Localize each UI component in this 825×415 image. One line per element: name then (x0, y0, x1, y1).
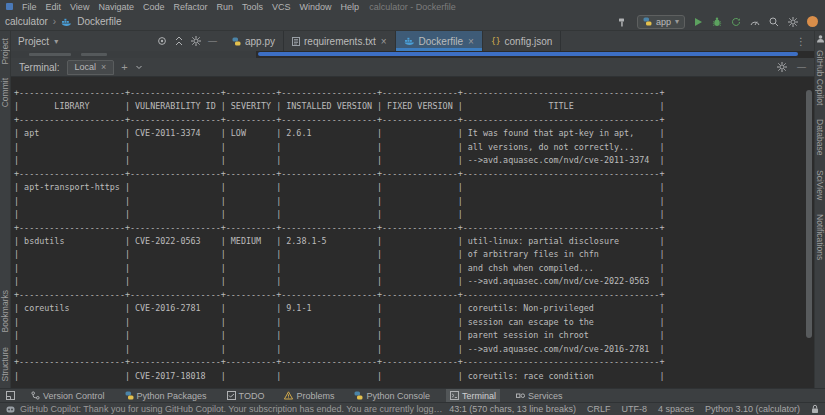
search-icon[interactable] (769, 17, 779, 27)
status-message[interactable]: GitHub Copilot: Thank you for using GitH… (20, 404, 444, 414)
settings-gear-icon[interactable] (788, 17, 798, 27)
tab-app-py[interactable]: app.py (224, 31, 284, 51)
stripe-item-structure[interactable]: Structure (0, 347, 10, 382)
terminal-tab-label: Local (75, 62, 97, 72)
more-vertical-icon: ⋮ (796, 36, 806, 47)
indent-indicator[interactable]: 4 spaces (658, 404, 694, 414)
menu-edit[interactable]: Edit (46, 2, 62, 12)
menu-file[interactable]: File (22, 2, 37, 12)
toolwindow-label: Version Control (43, 391, 105, 401)
stripe-item-bookmarks[interactable]: Bookmarks (0, 290, 10, 333)
close-icon[interactable]: × (101, 62, 106, 72)
python-console-icon (354, 391, 363, 400)
toolwindow-bar: Version Control Python Packages TODO Pro… (0, 388, 825, 402)
toolwindow-label: Problems (296, 391, 334, 401)
stripe-item-project[interactable]: Project (0, 38, 10, 64)
line-ending-indicator[interactable]: CRLF (587, 404, 611, 414)
project-tree-clipped (11, 51, 256, 58)
menu-help[interactable]: Help (341, 2, 360, 12)
menu-code[interactable]: Code (143, 2, 165, 12)
profiler-gauge-icon[interactable] (750, 17, 760, 27)
toolwindow-services[interactable]: Services (512, 389, 567, 402)
debug-bug-icon[interactable] (712, 17, 722, 27)
new-terminal-icon[interactable]: + (121, 61, 127, 73)
terminal-icon (450, 391, 459, 400)
toolwindow-python-packages[interactable]: Python Packages (121, 389, 211, 402)
terminal-output[interactable]: +---------------------+-----------------… (11, 77, 814, 383)
vertical-scrollbar-thumb[interactable] (806, 90, 812, 338)
locate-file-icon[interactable] (157, 36, 167, 46)
tab-label: app.py (245, 36, 275, 47)
rerun-icon[interactable] (731, 17, 741, 27)
breadcrumb-file[interactable]: Dockerfile (77, 16, 121, 27)
hide-panel-icon[interactable]: — (208, 36, 217, 46)
center-column: Project ▾ — (11, 31, 814, 388)
python-packages-icon (125, 391, 134, 400)
left-toolwindow-stripe: Project Commit Bookmarks Structure (0, 31, 11, 388)
menu-run[interactable]: Run (216, 2, 233, 12)
tab-requirements-txt[interactable]: requirements.txt × (284, 31, 396, 51)
statusbar-right: 43:1 (570 chars, 13 line breaks) CRLF UT… (449, 404, 819, 414)
toolwindow-terminal[interactable]: Terminal (446, 389, 500, 402)
menu-view[interactable]: View (70, 2, 89, 12)
run-button[interactable] (694, 17, 703, 27)
run-config-select[interactable]: app ▾ (637, 15, 685, 29)
toolwindow-python-console[interactable]: Python Console (350, 389, 434, 402)
menu-refactor[interactable]: Refactor (173, 2, 207, 12)
toolwindow-switcher-icon[interactable] (6, 391, 15, 400)
docker-icon (404, 37, 415, 45)
terminal-dropdown-chevron-icon[interactable] (135, 63, 143, 71)
tabs-overflow-menu[interactable]: ⋮ (788, 31, 814, 51)
tab-config-json[interactable]: {} config.json (483, 31, 561, 51)
panel-settings-gear-icon[interactable] (191, 36, 201, 46)
project-panel-header[interactable]: Project ▾ — (11, 31, 224, 51)
toolwindow-todo[interactable]: TODO (223, 389, 269, 402)
menu-window[interactable]: Window (300, 2, 332, 12)
menu-vcs[interactable]: VCS (272, 2, 291, 12)
toolbar-actions: app ▾ (618, 15, 820, 29)
stripe-item-database[interactable]: Database (815, 119, 825, 155)
version-control-icon (31, 391, 40, 400)
close-icon[interactable]: × (381, 36, 387, 47)
left-stripe-bottom: Bookmarks Structure (0, 283, 10, 388)
copilot-icon (6, 405, 15, 414)
avatar[interactable] (807, 16, 818, 27)
lock-icon[interactable] (811, 404, 819, 414)
terminal-tab-local[interactable]: Local × (67, 60, 115, 75)
collapse-all-icon[interactable] (174, 36, 184, 46)
stripe-item-github-copilot[interactable]: GitHub Copilot (815, 50, 825, 105)
python-icon (643, 17, 652, 26)
breadcrumb-project[interactable]: calculator (5, 16, 48, 27)
build-hammer-icon[interactable] (618, 17, 628, 27)
minimize-icon[interactable]: — (797, 62, 806, 72)
tab-dockerfile[interactable]: Dockerfile × (396, 31, 483, 51)
terminal-output-area: +---------------------+-----------------… (11, 77, 814, 388)
interpreter-indicator[interactable]: Python 3.10 (calculator) (705, 404, 800, 414)
user-profile-icon[interactable] (816, 34, 825, 43)
horizontal-scrollbar-thumb[interactable] (258, 52, 798, 56)
close-icon[interactable]: × (468, 36, 474, 47)
python-icon (232, 37, 241, 46)
chevron-down-icon: ▾ (675, 17, 679, 26)
caret-position[interactable]: 43:1 (570 chars, 13 line breaks) (449, 404, 576, 414)
breadcrumb: calculator › Dockerfile (5, 16, 122, 27)
app-logo-icon (6, 3, 13, 10)
toolwindow-problems[interactable]: Problems (280, 389, 338, 402)
peek-row (11, 51, 814, 58)
nav-row: Project ▾ — (11, 31, 814, 51)
menu-navigate[interactable]: Navigate (98, 2, 134, 12)
services-icon (516, 391, 525, 400)
tab-label: Dockerfile (419, 36, 463, 47)
stripe-item-notifications[interactable]: Notifications (815, 214, 825, 260)
text-file-icon (292, 37, 300, 46)
stripe-item-sciview[interactable]: SciView (815, 170, 825, 200)
tab-label: requirements.txt (304, 36, 376, 47)
encoding-indicator[interactable]: UTF-8 (621, 404, 647, 414)
toolwindow-version-control[interactable]: Version Control (27, 389, 109, 402)
terminal-settings-gear-icon[interactable] (777, 62, 787, 72)
window-title: calculator - Dockerfile (369, 2, 456, 12)
terminal-header: Terminal: Local × + — (11, 58, 814, 77)
json-file-icon: {} (491, 37, 501, 46)
menu-tools[interactable]: Tools (242, 2, 263, 12)
stripe-item-commit[interactable]: Commit (0, 78, 10, 107)
